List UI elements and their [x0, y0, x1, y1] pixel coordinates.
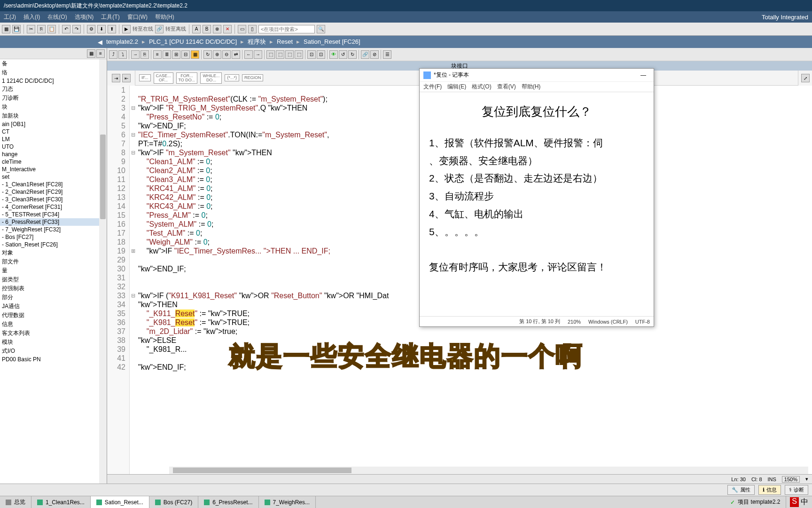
bottom-tab[interactable]: Bos (FC27)	[149, 496, 198, 508]
tree-item[interactable]: 客文本列表	[0, 329, 107, 338]
tree-item[interactable]: 块	[0, 103, 107, 111]
ed-icon[interactable]: ⬚	[266, 50, 275, 59]
online-icon[interactable]: 🔗	[155, 25, 164, 33]
monitor-icon[interactable]: 👁	[329, 50, 338, 59]
bottom-tab[interactable]: 7_WeighRes...	[259, 496, 316, 508]
zoom-dropdown-icon[interactable]: ▾	[805, 476, 808, 482]
notepad-menu-item[interactable]: 查看(V)	[497, 83, 516, 91]
ed-icon[interactable]: 🔗	[361, 50, 369, 59]
tree-item[interactable]: 备	[0, 59, 107, 68]
tree-item[interactable]: 代理数据	[0, 311, 107, 320]
ed-icon[interactable]: ↺	[339, 50, 347, 59]
tree-item[interactable]: 部分	[0, 293, 107, 302]
tree-item[interactable]: JA通信	[0, 302, 107, 311]
keyword-snippet[interactable]: FOR...TO DO...	[176, 72, 198, 84]
minimize-icon[interactable]: —	[637, 72, 650, 79]
notepad-titlebar[interactable]: *复位 - 记事本 —	[420, 69, 654, 82]
tree-item[interactable]: - 2_Clean2Reset [FC29]	[0, 188, 107, 196]
ed-icon[interactable]: ⤴	[109, 50, 117, 59]
bottom-tab[interactable]: 1_Clean1Res...	[31, 496, 91, 508]
goto-online-button[interactable]: 转至在线	[133, 25, 153, 32]
bottom-tab[interactable]: 总览	[0, 496, 31, 508]
ed-icon[interactable]: ≣	[163, 50, 171, 59]
tree-item[interactable]: 量	[0, 266, 107, 275]
split-h-icon[interactable]: ▭	[238, 25, 246, 33]
ed-icon[interactable]: ⊡	[317, 50, 325, 59]
split-v-icon[interactable]: ▯	[248, 25, 257, 33]
tree-item[interactable]: - 6_PressReset [FC33]	[0, 218, 107, 226]
info-button[interactable]: ℹ 信息	[758, 485, 781, 495]
expand-icon[interactable]: ⤢	[801, 74, 810, 82]
bottom-tab[interactable]: Sation_Reset...	[91, 496, 149, 508]
outdent-icon[interactable]: ⇤	[122, 74, 131, 82]
tree-item[interactable]: LM	[0, 135, 107, 143]
notepad-menu-item[interactable]: 文件(F)	[423, 83, 442, 91]
tree-item[interactable]: 刀诊断	[0, 94, 107, 103]
keyword-snippet[interactable]: IF...	[139, 74, 151, 81]
tree-item[interactable]: PD00 Basic PN	[0, 356, 107, 363]
upload-icon[interactable]: ⬆	[108, 25, 116, 33]
tree-item[interactable]: 1 1214C DC/DC/DC]	[0, 77, 107, 85]
tree-item[interactable]: - Sation_Reset [FC26]	[0, 241, 107, 248]
tool-icon[interactable]: ▦	[2, 25, 10, 33]
paste-icon[interactable]: 📋	[47, 25, 56, 33]
keyword-snippet[interactable]: REGION	[242, 74, 264, 81]
tree-item[interactable]: 络	[0, 68, 107, 77]
ed-icon[interactable]: ⊟	[181, 50, 190, 59]
ed-icon[interactable]: ⤵	[118, 50, 127, 59]
tree-item[interactable]: - Bos [FC27]	[0, 233, 107, 241]
menu-item[interactable]: 帮助(H)	[155, 13, 174, 21]
tree-item[interactable]: 控强制表	[0, 284, 107, 293]
ed-icon[interactable]: →	[254, 50, 262, 59]
breadcrumb-item[interactable]: Sation_Reset [FC26]	[304, 38, 360, 45]
tree-item[interactable]: - 3_Clean3Reset [FC30]	[0, 196, 107, 203]
notepad-window[interactable]: *复位 - 记事本 — 文件(F)编辑(E)格式(O)查看(V)帮助(H) 复位…	[419, 68, 654, 327]
status-zoom[interactable]: 150%	[782, 476, 800, 483]
undo-icon[interactable]: ↶	[62, 25, 70, 33]
ed-icon[interactable]: ⬚	[276, 50, 284, 59]
project-search-input[interactable]	[258, 25, 315, 33]
menu-item[interactable]: 窗口(W)	[127, 13, 148, 21]
ed-icon[interactable]: ⇄	[232, 50, 240, 59]
ed-icon[interactable]: ⬚	[285, 50, 294, 59]
redo-icon[interactable]: ↷	[72, 25, 81, 33]
notepad-menu-item[interactable]: 编辑(E)	[447, 83, 466, 91]
ed-icon[interactable]: ⬚	[295, 50, 303, 59]
tree-view-icon[interactable]: ▦	[87, 49, 95, 58]
tree-item[interactable]: - 7_WeighReset [FC32]	[0, 226, 107, 233]
ed-icon[interactable]: ⊘	[370, 50, 379, 59]
tree-item[interactable]: 加新块	[0, 111, 107, 120]
keyword-snippet[interactable]: CASE...OF...	[154, 72, 173, 84]
breadcrumb-item[interactable]: template2.2	[106, 38, 138, 45]
notepad-menu-item[interactable]: 帮助(H)	[522, 83, 541, 91]
menu-item[interactable]: 在线(O)	[47, 13, 67, 21]
project-tab[interactable]: ✓ 项目 template2.2	[725, 496, 786, 508]
breadcrumb-item[interactable]: PLC_1 [CPU 1214C DC/DC/DC]	[149, 38, 237, 45]
tree-item[interactable]: 式I/O	[0, 347, 107, 356]
tree-item[interactable]: - 1_Clean1Reset [FC28]	[0, 181, 107, 188]
tree-item[interactable]: 部文件	[0, 257, 107, 266]
cut-icon[interactable]: ✂	[27, 25, 35, 33]
tree-item[interactable]: 信息	[0, 320, 107, 329]
tree-item[interactable]: UTO	[0, 143, 107, 151]
menu-item[interactable]: 插入(I)	[23, 13, 40, 21]
tree-item[interactable]: ain [OB1]	[0, 120, 107, 128]
ime-lang[interactable]: 中	[801, 497, 808, 507]
keyword-snippet[interactable]: (*...*)	[225, 74, 239, 81]
ed-icon[interactable]: ⊡	[307, 50, 316, 59]
copy-icon[interactable]: ⎘	[37, 25, 46, 33]
sim-icon[interactable]: ▶	[122, 25, 131, 33]
save-icon[interactable]: 💾	[12, 25, 21, 33]
tree-item[interactable]: 刀态	[0, 85, 107, 94]
tool-b-icon[interactable]: B	[203, 25, 211, 33]
ed-icon[interactable]: ↻	[348, 50, 357, 59]
tree-item[interactable]: 对象	[0, 248, 107, 257]
tree-item[interactable]: hange	[0, 151, 107, 158]
breadcrumb-item[interactable]: 程序块	[248, 38, 266, 45]
tree-list-icon[interactable]: ≡	[96, 49, 105, 58]
ed-icon[interactable]: ≡	[153, 50, 162, 59]
ed-icon[interactable]: ⊞	[172, 50, 180, 59]
tree-item[interactable]: - 4_CornerReset [FC31]	[0, 203, 107, 211]
scroll-thumb[interactable]	[173, 468, 351, 473]
ed-icon[interactable]: →	[131, 50, 140, 59]
